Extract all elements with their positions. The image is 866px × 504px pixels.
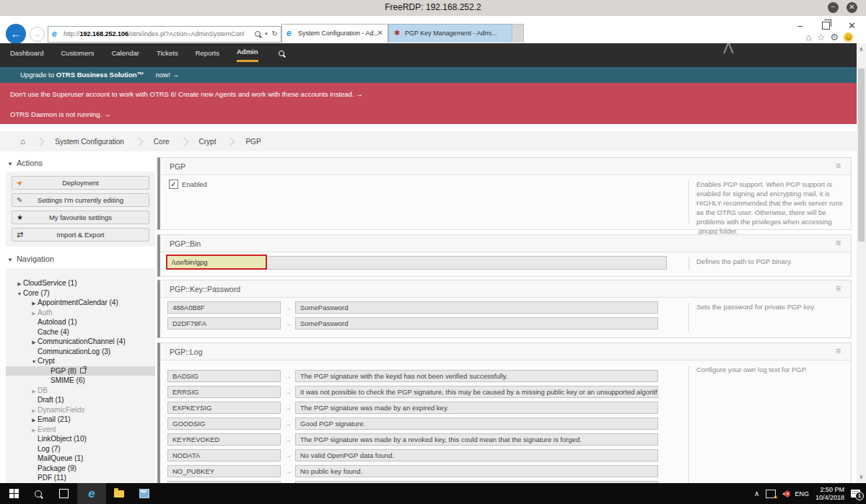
breadcrumb-item[interactable]: Crypt [199,138,216,146]
tab-pgp-key-management[interactable]: ✱ PGP Key Management - Admi... [388,24,512,43]
hamburger-menu-icon[interactable]: ≡ [836,238,841,248]
menu-item-calendar[interactable]: Calendar [111,49,139,61]
tree-arrow-icon[interactable]: ▶ [30,299,38,309]
nav-item-auth[interactable]: ▶Auth [6,308,155,318]
pair-value-input[interactable]: SomePassword [295,317,658,330]
browser-back-button[interactable]: ← [6,24,26,44]
tree-arrow-icon[interactable]: ▼ [30,357,38,367]
navigation-widget-header[interactable]: ▼Navigation [7,255,54,263]
language-indicator[interactable]: ENG [795,490,809,498]
nav-item-event[interactable]: ▶Event [6,425,155,435]
highlighted-input-annotation[interactable]: /usr/bin/gpg [166,255,267,270]
hamburger-menu-icon[interactable]: ≡ [836,283,841,293]
nav-item-linkobject[interactable]: LinkObject (10) [6,434,155,444]
nav-item-draft[interactable]: Draft (1) [6,395,155,405]
pair-value-input[interactable]: The PGP signature with the keyid has not… [295,370,658,382]
nav-item-log[interactable]: Log (7) [6,444,155,454]
pair-value-input[interactable]: The PGP signature was made by a revoked … [295,433,658,446]
nav-item-cache[interactable]: Cache (4) [6,327,155,337]
hidden-icons-chevron[interactable]: ∧ [754,490,759,498]
pair-value-input[interactable]: No valid OpenPGP data found. [295,449,658,461]
start-button[interactable] [7,483,20,504]
notification-center-icon[interactable]: 1 [851,490,860,498]
hamburger-menu-icon[interactable]: ≡ [836,161,841,171]
volume-muted-icon[interactable]: ✕ [782,490,788,498]
address-search-icon[interactable] [255,31,261,37]
nav-item-cloudservice[interactable]: ▶CloudService (1) [6,278,155,288]
action-button-import[interactable]: ⇄Import & Export [12,228,149,242]
upgrade-banner[interactable]: Upgrade to OTRS Business Solution™ now! … [0,67,857,83]
taskbar-clock[interactable]: 2:50 PM10/4/2018 [815,486,844,502]
tab-system-configuration[interactable]: e System Configuration - Ad... ✕ [281,24,388,43]
tree-arrow-icon[interactable]: ▶ [30,425,38,436]
nav-item-crypt[interactable]: ▼Crypt [6,356,155,366]
task-view-icon[interactable] [57,483,70,504]
tree-arrow-icon[interactable]: ▼ [16,289,23,299]
actions-widget-header[interactable]: ▼Actions [7,159,43,167]
action-button-my[interactable]: ★My favourite settings [12,211,149,224]
action-button-deployment[interactable]: ➤Deployment [12,176,149,190]
daemon-warning[interactable]: OTRS Daemon is not running. → [10,110,110,118]
pair-value-input[interactable]: No public key found. [295,465,658,477]
nav-item-pdf[interactable]: PDF (11) [6,473,155,483]
pair-value-input[interactable]: Good PGP signature. [295,417,658,430]
nav-item-autoload[interactable]: Autoload (1) [6,317,155,327]
nav-item-core[interactable]: ▼Core (7) [6,288,155,299]
scrollbar[interactable]: ∧ ∨ [857,43,866,483]
pair-key-input[interactable]: GOODSIG [167,417,281,430]
pair-key-input[interactable]: KEYREVOKED [167,433,281,446]
tree-arrow-icon[interactable]: ▶ [30,415,38,425]
tree-arrow-icon[interactable]: ▶ [30,337,38,348]
browser-forward-button[interactable]: → [30,27,45,42]
taskbar-search-icon[interactable] [32,483,45,504]
breadcrumb-item[interactable]: System Configuration [55,138,124,146]
pair-key-input[interactable]: NODATA [167,449,281,461]
nav-item-package[interactable]: Package (9) [6,464,155,474]
hamburger-menu-icon[interactable]: ≡ [836,346,841,356]
action-button-settings[interactable]: ✎Settings I'm currently editing [12,193,149,207]
nav-item-mailqueue[interactable]: MailQueue (1) [6,454,155,464]
superuser-warning[interactable]: Don't use the Superuser account to work … [10,90,363,98]
menu-item-reports[interactable]: Reports [196,49,219,61]
tree-arrow-icon[interactable]: ▶ [16,279,23,289]
refresh-icon[interactable]: ↻ [272,30,278,37]
search-icon[interactable] [279,50,284,56]
rdp-minimize-button[interactable]: − [828,2,839,13]
browser-close-button[interactable]: ✕ [848,22,856,30]
tree-arrow-icon[interactable]: ▶ [30,309,38,319]
menu-item-customers[interactable]: Customers [61,49,94,61]
pair-key-input[interactable]: ERRSIG [167,386,281,398]
tree-arrow-icon[interactable]: ▶ [30,386,38,397]
nav-item-db[interactable]: ▶DB [6,386,155,396]
pair-value-input[interactable]: SomePassword [295,301,658,314]
nav-item-dynamicfields[interactable]: ▶DynamicFields [6,405,155,415]
nav-item-smime[interactable]: SMIME (6) [6,376,155,386]
home-breadcrumb-icon[interactable]: ⌂ [20,136,25,146]
file-explorer-icon[interactable] [112,483,126,504]
pair-key-input[interactable]: EXPKEYSIG [167,402,281,414]
nav-item-communicationlog[interactable]: CommunicationLog (3) [6,347,155,357]
network-status-icon[interactable]: ▲ [766,490,776,498]
pair-key-input[interactable]: BADSIG [167,370,281,382]
scroll-down-icon[interactable]: ∨ [857,474,866,480]
pair-key-input[interactable]: 488A0B8F [167,301,281,314]
pair-value-input[interactable]: The PGP signature was made by an expired… [295,402,658,414]
address-dropdown-icon[interactable]: ▾ [265,31,268,37]
rdp-close-button[interactable]: ✕ [847,2,857,13]
nav-item-appointmentcalendar[interactable]: ▶AppointmentCalendar (4) [6,298,155,308]
settings-gear-icon[interactable]: ⚙ [830,32,839,43]
menu-item-admin[interactable]: Admin [237,48,258,62]
pair-key-input[interactable]: NO_PUBKEY [167,465,281,477]
tab-close-icon[interactable]: ✕ [377,29,383,37]
nav-item-pgp[interactable]: PGP (8) [6,366,155,376]
home-icon[interactable]: ⌂ [806,32,812,43]
taskbar-ie-icon[interactable]: e [77,483,106,504]
browser-restore-button[interactable] [822,22,830,30]
breadcrumb-item[interactable]: Core [154,138,170,146]
breadcrumb-item[interactable]: PGP [245,138,261,146]
address-bar[interactable]: e http://192.168.252.106/otrs/index.pl?A… [48,26,281,43]
taskbar-app-icon[interactable] [136,483,153,504]
enabled-checkbox[interactable]: ✓ [169,180,178,189]
nav-item-communicationchannel[interactable]: ▶CommunicationChannel (4) [6,337,155,347]
tree-arrow-icon[interactable]: ▶ [30,406,38,416]
